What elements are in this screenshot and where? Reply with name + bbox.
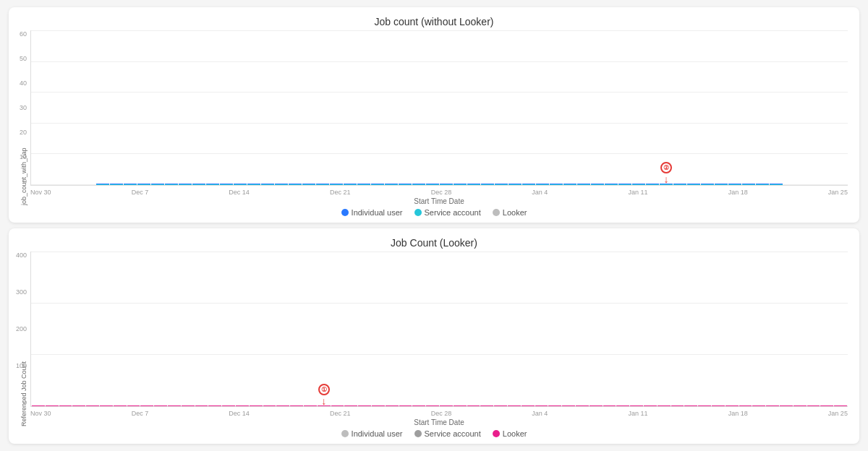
table-row	[140, 405, 153, 406]
table-row	[236, 405, 249, 406]
table-row	[426, 184, 439, 185]
bar-looker	[807, 405, 820, 406]
bar-service	[385, 184, 398, 185]
table-row	[371, 184, 384, 185]
bar-looker	[440, 405, 453, 406]
bar-looker	[454, 405, 467, 406]
table-row	[742, 184, 755, 185]
bar-looker	[399, 405, 412, 406]
table-row	[127, 405, 140, 406]
bar-looker	[630, 405, 643, 406]
table-row	[110, 184, 123, 185]
table-row	[577, 184, 590, 185]
x-tick: Jan 4	[532, 189, 548, 196]
x-tick: Dec 28	[431, 410, 452, 417]
bar-looker	[72, 405, 85, 406]
table-row	[536, 184, 549, 185]
table-row	[673, 184, 686, 185]
bar-service	[618, 184, 631, 185]
table-row	[671, 405, 684, 406]
bar-looker	[100, 405, 113, 406]
bar-looker	[508, 405, 521, 406]
table-row	[644, 405, 657, 406]
bar-looker	[766, 405, 779, 406]
bar-looker	[154, 405, 167, 406]
table-row	[192, 184, 205, 185]
bar-service	[151, 184, 164, 185]
bar-service	[632, 184, 645, 185]
table-row	[137, 184, 150, 185]
bar-looker	[263, 405, 276, 406]
legend2-service-account: Service account	[414, 429, 481, 438]
bar-service	[646, 184, 659, 185]
bar-looker	[820, 405, 833, 406]
bar-looker	[684, 405, 697, 406]
chart2-xaxis: Nov 30Dec 7Dec 14Dec 21Dec 28Jan 4Jan 11…	[30, 408, 848, 417]
bar-service	[399, 184, 412, 185]
chart1-card: Job count (without Looker) job_count_wit…	[9, 7, 859, 223]
bar-service	[509, 184, 522, 185]
x-tick: Nov 30	[30, 189, 51, 196]
bar-service	[770, 184, 783, 185]
bar-looker	[834, 405, 847, 406]
chart2-bars-group: ①↓	[31, 405, 848, 406]
bar-looker	[250, 405, 263, 406]
chart1-legend: Individual user Service account Looker	[20, 208, 848, 217]
table-row	[386, 405, 399, 406]
legend2-looker-dot	[493, 430, 500, 437]
bar-service	[96, 184, 109, 185]
table-row	[412, 405, 425, 406]
chart2-grid	[31, 252, 848, 406]
bar-looker	[208, 405, 221, 406]
bar-looker	[562, 405, 575, 406]
bar-looker	[644, 405, 657, 406]
legend2-looker: Looker	[493, 429, 527, 438]
x-tick: Dec 14	[229, 410, 250, 417]
table-row	[222, 405, 235, 406]
table-row	[454, 184, 467, 185]
table-row	[701, 184, 714, 185]
table-row	[834, 405, 847, 406]
table-row	[234, 184, 247, 185]
chart1-bars-group: ②↓	[31, 184, 848, 185]
legend-service-account: Service account	[414, 208, 481, 217]
table-row	[261, 184, 274, 185]
bar-service	[522, 184, 535, 185]
bar-looker	[698, 405, 711, 406]
x-tick: Nov 30	[30, 410, 51, 417]
bar-service	[440, 184, 453, 185]
table-row	[86, 405, 99, 406]
bar-looker	[304, 405, 317, 406]
table-row	[399, 405, 412, 406]
bar-service	[302, 184, 315, 185]
table-row	[494, 405, 507, 406]
table-row	[726, 405, 739, 406]
table-row	[289, 184, 302, 185]
table-row	[276, 405, 289, 406]
bar-service	[467, 184, 480, 185]
bar-service	[247, 184, 260, 185]
bar-looker	[276, 405, 289, 406]
bar-looker	[412, 405, 425, 406]
main-container: Job count (without Looker) job_count_wit…	[0, 0, 868, 451]
chart1-title: Job count (without Looker)	[20, 16, 848, 27]
bar-service	[261, 184, 274, 185]
annotation-2: ②↓	[660, 162, 672, 184]
legend-looker: Looker	[493, 208, 527, 217]
bar-service	[234, 184, 247, 185]
bar-looker	[86, 405, 99, 406]
table-row	[220, 184, 233, 185]
bar-looker	[114, 405, 127, 406]
table-row	[302, 184, 315, 185]
bar-looker	[480, 405, 493, 406]
table-row	[495, 184, 508, 185]
legend-service-account-label: Service account	[425, 208, 481, 217]
table-row	[618, 184, 631, 185]
chart1-inner: ②↓0102030405060 Nov 30Dec 7Dec 14Dec 21D…	[30, 30, 848, 205]
bar-service	[412, 184, 425, 185]
table-row	[728, 184, 741, 185]
chart2-title: Job Count (Looker)	[20, 237, 848, 249]
bar-looker	[548, 405, 561, 406]
bar-looker	[726, 405, 739, 406]
bar-looker	[182, 405, 195, 406]
